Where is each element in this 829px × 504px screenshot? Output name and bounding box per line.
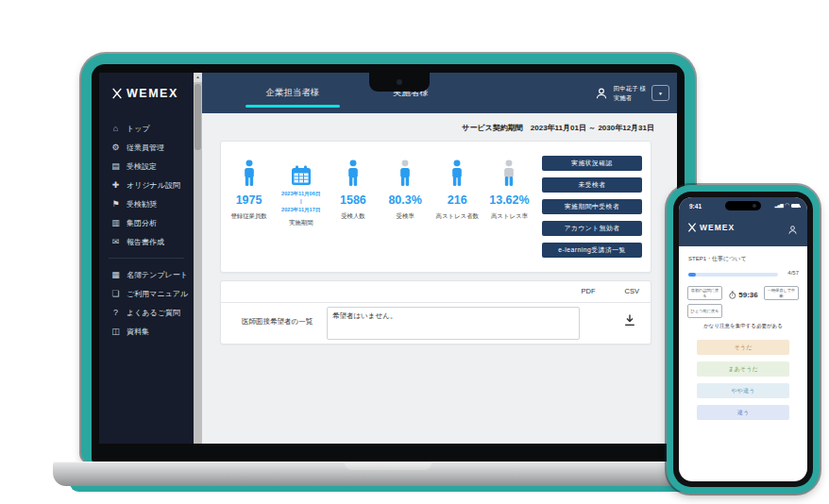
divider	[221, 302, 651, 303]
user-name: 田中花子 様	[614, 84, 646, 92]
contract-period-text: サービス契約期間 2023年11月01日 ～ 2030年12月31日	[462, 123, 654, 133]
user-info: 田中花子 様 実施者	[614, 84, 646, 101]
answer-maasoda-button[interactable]: まあそうだ	[697, 361, 789, 377]
stat-value: 1975	[236, 193, 262, 207]
step-label: STEP1・仕事について	[688, 255, 747, 263]
megaphone-icon: ⚑	[110, 199, 121, 209]
sidebar-item-label: 従業員管理	[127, 143, 164, 153]
doctor-interview-card: PDF CSV 医師面接希望者の一覧 希望者はいません。	[220, 280, 651, 344]
sidebar-item-employee-management[interactable]: ⚙ 従業員管理	[99, 138, 194, 157]
user-dropdown-button[interactable]: ▼	[651, 85, 669, 101]
stats-row: 1975 登録従業員数	[223, 155, 535, 262]
sidebar-item-exam-encouragement[interactable]: ⚑ 受検勧奨	[99, 194, 194, 213]
download-icon	[623, 313, 636, 327]
wifi-icon: ◠	[785, 203, 789, 209]
sidebar-item-user-manual[interactable]: ❏ ご利用マニュアル	[99, 284, 194, 303]
phone-app-header: WEMEX	[687, 223, 735, 232]
status-time: 9:41	[689, 203, 702, 210]
report-icon: ✉	[110, 237, 121, 246]
answer-chigau-button[interactable]: 違う	[697, 405, 789, 420]
stat-label: 受検率	[397, 212, 414, 221]
user-menu: 田中花子 様 実施者 ▼	[595, 73, 669, 113]
back-to-first-question-button[interactable]: 最初の設問に戻る	[687, 286, 722, 300]
vertical-scrollbar[interactable]: ▲	[194, 73, 202, 444]
implementation-status-button[interactable]: 実施状況確認	[542, 156, 642, 171]
sidebar-item-roster-template[interactable]: ▦ 名簿テンプレート	[99, 265, 194, 284]
laptop-screen: WEMEX ⌂ トップ ⚙ 従業員管理 ▤ 受検設定 ✚ オリジナル設問	[99, 73, 677, 444]
table-icon: ▦	[110, 270, 121, 279]
sidebar-item-label: よくあるご質問	[127, 308, 180, 318]
sidebar-item-group-analysis[interactable]: ▥ 集団分析	[99, 213, 194, 232]
marketing-mockup: WEMEX ⌂ トップ ⚙ 従業員管理 ▤ 受検設定 ✚ オリジナル設問	[0, 0, 829, 504]
chevron-down-icon: ▼	[658, 91, 663, 96]
interview-list-value-box: 希望者はいません。	[327, 307, 580, 340]
sidebar-item-report-creation[interactable]: ✉ 報告書作成	[99, 232, 194, 251]
sidebar-logo-text: WEMEX	[127, 87, 178, 100]
dynamic-island	[725, 201, 761, 210]
stat-value: 216	[448, 193, 467, 207]
csv-export-link[interactable]: CSV	[625, 287, 639, 295]
sidebar-item-label: 資料集	[127, 327, 149, 337]
previous-question-button[interactable]: ひとつ前に戻る	[687, 304, 722, 318]
user-icon[interactable]	[787, 225, 798, 235]
sidebar-item-original-questions[interactable]: ✚ オリジナル設問	[99, 176, 194, 194]
sidebar-item-label: ご利用マニュアル	[127, 289, 188, 299]
download-button[interactable]	[623, 313, 636, 327]
front-camera-icon	[753, 204, 756, 208]
stopwatch-icon	[728, 291, 736, 299]
sidebar-item-label: 報告書作成	[127, 237, 164, 247]
answer-yayachigau-button[interactable]: やや違う	[697, 383, 789, 398]
sidebar-item-label: 受検設定	[127, 161, 157, 172]
phone-screen: 9:41 ▂▄▆ ◠ WEMEX STEP1・仕事について 4/57 最初の設問…	[679, 197, 807, 481]
top-navbar: 企業担当者様 実施者様 田中花子 様 実施者 ▼	[202, 73, 677, 113]
scroll-up-arrow[interactable]: ▲	[194, 73, 202, 82]
disabled-accounts-button[interactable]: アカウント無効者	[542, 221, 642, 236]
battery-icon	[791, 204, 800, 209]
person-icon	[242, 160, 257, 187]
answer-soda-button[interactable]: そうだ	[697, 340, 789, 355]
status-icons: ▂▄▆ ◠	[775, 203, 800, 209]
wemex-logo-icon	[687, 223, 697, 232]
pdf-export-link[interactable]: PDF	[582, 287, 596, 295]
sidebar-item-exam-settings[interactable]: ▤ 受検設定	[99, 157, 194, 176]
sidebar-item-faq[interactable]: ? よくあるご質問	[99, 303, 194, 322]
elearning-completed-button[interactable]: e-learning受講済一覧	[542, 243, 642, 258]
period-separator: |	[281, 197, 320, 205]
stat-label: 受検人数	[341, 212, 365, 221]
laptop-base-notch	[345, 462, 431, 470]
sidebar-item-resources[interactable]: ◫ 資料集	[99, 322, 194, 341]
in-period-examinees-button[interactable]: 実施期間中受検者	[542, 199, 642, 214]
gear-icon: ⚙	[110, 143, 121, 152]
scrollbar-thumb[interactable]	[195, 84, 201, 150]
status-summary-card: 1975 登録従業員数	[220, 141, 651, 273]
bar-chart-icon: ▥	[110, 218, 121, 227]
home-icon: ⌂	[110, 124, 121, 133]
stat-value: 1586	[340, 193, 366, 207]
interview-list-label: 医師面接希望者の一覧	[242, 317, 313, 327]
person-icon	[449, 160, 465, 187]
sidebar-divider	[109, 258, 184, 259]
sidebar-item-top[interactable]: ⌂ トップ	[99, 119, 194, 138]
sidebar-item-label: 名簿テンプレート	[127, 270, 188, 280]
not-examined-button[interactable]: 未受検者	[542, 177, 642, 193]
laptop-base	[53, 462, 723, 486]
stat-value-dates: 2023年11月06日 | 2023年11月17日	[281, 190, 320, 213]
user-icon	[595, 87, 608, 100]
stat-high-stress-rate: 13.62% 高ストレス率	[483, 155, 535, 262]
sidebar-item-label: トップ	[127, 124, 150, 134]
sidebar-item-label: オリジナル設問	[127, 180, 180, 191]
user-role: 実施者	[614, 93, 646, 102]
book-icon: ◫	[110, 327, 121, 336]
laptop-camera-notch	[369, 73, 430, 92]
tab-company-representative[interactable]: 企業担当者様	[245, 73, 340, 113]
sidebar: WEMEX ⌂ トップ ⚙ 従業員管理 ▤ 受検設定 ✚ オリジナル設問	[99, 73, 194, 444]
person-icon	[501, 160, 516, 187]
stat-high-stress-count: 216 高ストレス者数	[431, 155, 483, 262]
save-and-pause-button[interactable]: 一時保存して中断	[764, 286, 799, 300]
faq-icon: ?	[110, 308, 121, 317]
stat-registered-employees: 1975 登録従業員数	[223, 155, 275, 262]
sidebar-item-label: 受検勧奨	[127, 199, 157, 210]
person-icon	[398, 160, 413, 187]
period-start-date: 2023年11月06日	[281, 190, 320, 197]
answer-options: そうだ まあそうだ やや違う 違う	[697, 340, 789, 420]
